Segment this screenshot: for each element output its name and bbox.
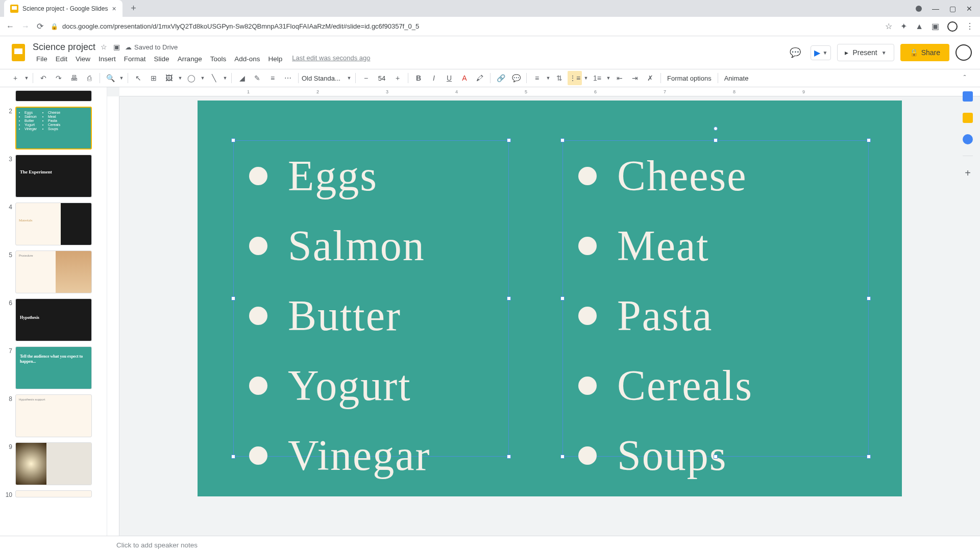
zoom-button[interactable]: 🔍 xyxy=(103,71,117,85)
font-family-select[interactable]: Old Standa... xyxy=(302,74,345,82)
fill-color-button[interactable]: ◢ xyxy=(235,71,249,85)
select-tool[interactable]: ↖ xyxy=(131,71,145,85)
border-weight-button[interactable]: ≡ xyxy=(265,71,280,85)
text-box-left[interactable]: Eggs Salmon Butter Yogurt Vinegar xyxy=(233,140,509,457)
minimize-icon[interactable]: — xyxy=(932,5,939,13)
comments-icon[interactable]: 💬 xyxy=(786,43,804,62)
star-bookmark-icon[interactable]: ☆ xyxy=(885,21,892,31)
menu-view[interactable]: View xyxy=(72,54,94,64)
slide-thumb-7[interactable]: Tell the audience what you expect to hap… xyxy=(15,346,92,389)
comment-button[interactable]: 💬 xyxy=(509,71,523,85)
line-spacing-button[interactable]: ⇅ xyxy=(552,71,567,85)
horizontal-ruler[interactable]: 1 2 3 4 5 6 7 8 9 xyxy=(119,87,980,96)
star-doc-icon[interactable]: ☆ xyxy=(101,43,107,51)
close-window-icon[interactable]: ✕ xyxy=(966,5,972,13)
font-dropdown[interactable]: ▼ xyxy=(346,71,352,85)
menu-edit[interactable]: Edit xyxy=(52,54,71,64)
profile-indicator-icon[interactable] xyxy=(916,6,922,12)
vertical-ruler[interactable] xyxy=(107,96,119,536)
slide-thumb-8[interactable]: Hypothesis support xyxy=(15,394,92,437)
bullet-dropdown[interactable]: ▼ xyxy=(583,71,589,85)
bulleted-list-button[interactable]: ⋮≡ xyxy=(568,71,582,85)
extension-icon[interactable]: ▲ xyxy=(915,22,923,31)
keep-icon[interactable] xyxy=(963,113,973,123)
textbox-tool[interactable]: ⊞ xyxy=(146,71,161,85)
present-button[interactable]: ▸ Present ▼ xyxy=(837,44,894,61)
add-addon-icon[interactable]: + xyxy=(965,167,971,179)
redo-button[interactable]: ↷ xyxy=(52,71,66,85)
slide-thumb-10[interactable] xyxy=(15,490,92,497)
menu-insert[interactable]: Insert xyxy=(95,54,119,64)
link-button[interactable]: 🔗 xyxy=(494,71,508,85)
collapse-toolbar-icon[interactable]: ˆ xyxy=(958,71,972,85)
new-tab-button[interactable]: + xyxy=(127,2,141,16)
highlight-button[interactable]: 🖍 xyxy=(473,71,487,85)
menu-slide[interactable]: Slide xyxy=(151,54,173,64)
menu-arrange[interactable]: Arrange xyxy=(174,54,206,64)
print-button[interactable]: 🖶 xyxy=(67,71,81,85)
extensions-icon[interactable]: ✦ xyxy=(900,21,907,31)
image-dropdown[interactable]: ▼ xyxy=(177,71,183,85)
font-size-decrease[interactable]: − xyxy=(359,71,373,85)
menu-file[interactable]: File xyxy=(33,54,51,64)
back-icon[interactable]: ← xyxy=(6,22,14,31)
line-tool[interactable]: ╲ xyxy=(207,71,221,85)
account-icon[interactable] xyxy=(955,44,972,61)
slide-thumb-6[interactable]: Hypothesis xyxy=(15,298,92,341)
numbered-dropdown[interactable]: ▼ xyxy=(605,71,611,85)
last-edit-link[interactable]: Last edit was seconds ago xyxy=(292,54,370,64)
undo-button[interactable]: ↶ xyxy=(36,71,51,85)
url-box[interactable]: 🔒 docs.google.com/presentation/d/1mxVlyQ… xyxy=(51,22,878,30)
menu-help[interactable]: Help xyxy=(264,54,286,64)
slide-thumb-3[interactable]: The Experiment xyxy=(15,155,92,197)
border-dash-button[interactable]: ⋯ xyxy=(281,71,295,85)
document-title[interactable]: Science project xyxy=(33,42,95,53)
menu-tools[interactable]: Tools xyxy=(207,54,230,64)
align-dropdown[interactable]: ▼ xyxy=(545,71,551,85)
present-options-icon[interactable]: ▶▼ xyxy=(811,45,831,60)
format-options-button[interactable]: Format options xyxy=(664,74,715,82)
slide-thumb-4[interactable]: Materials xyxy=(15,203,92,245)
line-dropdown[interactable]: ▼ xyxy=(222,71,228,85)
numbered-list-button[interactable]: 1≡ xyxy=(590,71,604,85)
align-button[interactable]: ≡ xyxy=(530,71,544,85)
slide-thumb-2[interactable]: EggsSalmonButterYogurtVinegar CheeseMeat… xyxy=(15,107,92,149)
new-slide-dropdown[interactable]: ▼ xyxy=(23,71,30,85)
shape-tool[interactable]: ◯ xyxy=(184,71,199,85)
border-color-button[interactable]: ✎ xyxy=(250,71,264,85)
font-size-increase[interactable]: + xyxy=(390,71,405,85)
menu-addons[interactable]: Add-ons xyxy=(231,54,263,64)
new-slide-button[interactable]: + xyxy=(8,71,22,85)
decrease-indent-button[interactable]: ⇤ xyxy=(612,71,627,85)
slide-thumb-5[interactable]: Procedure xyxy=(15,251,92,293)
maximize-icon[interactable]: ▢ xyxy=(949,5,956,13)
browser-tab[interactable]: Science project - Google Slides × xyxy=(4,0,122,17)
slide-canvas[interactable]: Eggs Salmon Butter Yogurt Vinegar xyxy=(198,101,902,496)
menu-format[interactable]: Format xyxy=(120,54,150,64)
reload-icon[interactable]: ⟳ xyxy=(37,21,43,31)
text-color-button[interactable]: A xyxy=(457,71,472,85)
calendar-icon[interactable] xyxy=(963,91,973,102)
slides-logo-icon[interactable] xyxy=(8,42,29,63)
chrome-menu-icon[interactable]: ⋮ xyxy=(966,21,974,31)
move-doc-icon[interactable]: ▣ xyxy=(113,43,120,51)
slide-thumb-1[interactable] xyxy=(15,90,92,102)
reading-list-icon[interactable]: ▣ xyxy=(932,21,939,31)
paint-format-button[interactable]: ⎙ xyxy=(82,71,96,85)
chrome-profile-icon[interactable] xyxy=(947,21,958,32)
filmstrip[interactable]: 2 EggsSalmonButterYogurtVinegar CheeseMe… xyxy=(0,87,107,536)
slide-thumb-9[interactable] xyxy=(15,442,92,485)
image-tool[interactable]: 🖼 xyxy=(162,71,176,85)
share-button[interactable]: 🔒 Share xyxy=(900,44,949,61)
font-size-input[interactable]: 54 xyxy=(374,74,389,83)
tasks-icon[interactable] xyxy=(963,134,973,144)
close-tab-icon[interactable]: × xyxy=(112,5,116,13)
increase-indent-button[interactable]: ⇥ xyxy=(628,71,642,85)
save-status[interactable]: ☁ Saved to Drive xyxy=(125,43,178,51)
zoom-dropdown[interactable]: ▼ xyxy=(118,71,125,85)
text-box-right[interactable]: Cheese Meat Pasta Cereals Soups xyxy=(562,140,869,457)
bold-button[interactable]: B xyxy=(411,71,426,85)
animate-button[interactable]: Animate xyxy=(721,74,752,82)
underline-button[interactable]: U xyxy=(442,71,456,85)
shape-dropdown[interactable]: ▼ xyxy=(200,71,206,85)
